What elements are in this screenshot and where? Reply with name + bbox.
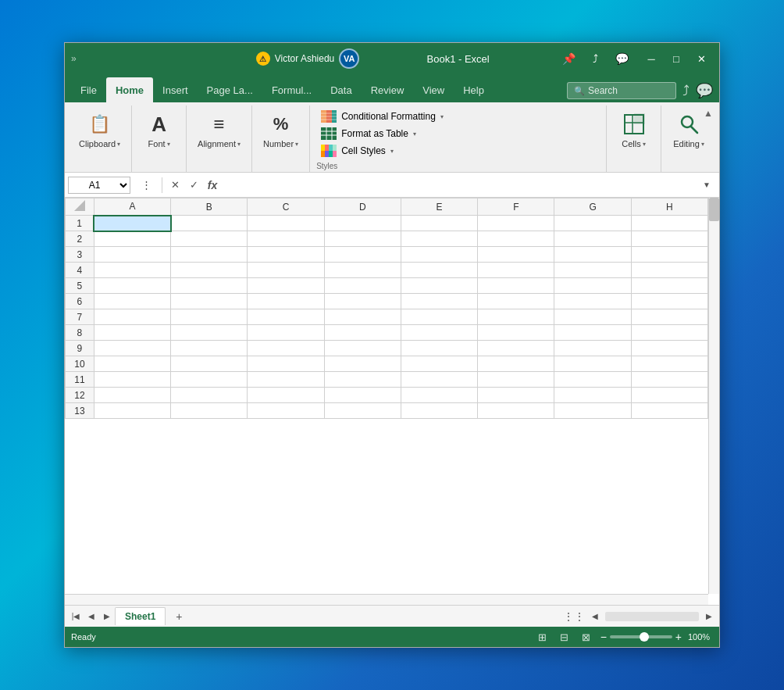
- cell-A3[interactable]: [94, 247, 170, 263]
- cell-D11[interactable]: [324, 372, 401, 388]
- cell-D3[interactable]: [324, 247, 401, 263]
- cell-H5[interactable]: [631, 278, 707, 294]
- row-header-4[interactable]: 4: [66, 263, 94, 278]
- font-button[interactable]: A Font ▾: [141, 109, 178, 152]
- view-page-btn[interactable]: ⊟: [557, 629, 572, 645]
- cell-C5[interactable]: [248, 278, 324, 294]
- zoom-plus-btn[interactable]: +: [675, 631, 682, 643]
- horizontal-scrollbar[interactable]: [65, 594, 708, 605]
- col-header-g[interactable]: G: [554, 198, 631, 216]
- cell-B5[interactable]: [171, 278, 248, 294]
- cell-H6[interactable]: [631, 294, 707, 309]
- tab-home[interactable]: Home: [106, 77, 153, 102]
- cell-D7[interactable]: [324, 309, 401, 325]
- cell-D6[interactable]: [324, 294, 401, 309]
- cell-G8[interactable]: [554, 325, 631, 341]
- cell-E11[interactable]: [401, 372, 477, 388]
- share-button[interactable]: ⤴: [583, 48, 607, 70]
- cell-F4[interactable]: [478, 263, 554, 278]
- row-header-9[interactable]: 9: [66, 341, 94, 356]
- cell-C2[interactable]: [248, 231, 324, 247]
- cell-H12[interactable]: [631, 388, 707, 403]
- number-button[interactable]: % Number ▾: [258, 109, 303, 152]
- cell-B10[interactable]: [171, 356, 248, 372]
- cell-H8[interactable]: [631, 325, 707, 341]
- cell-H3[interactable]: [631, 247, 707, 263]
- row-header-8[interactable]: 8: [66, 325, 94, 341]
- col-header-f[interactable]: F: [478, 198, 554, 216]
- cell-B11[interactable]: [171, 372, 248, 388]
- row-header-1[interactable]: 1: [66, 216, 94, 231]
- search-box[interactable]: 🔍 Search: [567, 82, 676, 99]
- cell-C11[interactable]: [248, 372, 324, 388]
- cell-F2[interactable]: [478, 231, 554, 247]
- cell-G10[interactable]: [554, 356, 631, 372]
- clipboard-button[interactable]: 📋 Clipboard ▾: [74, 109, 125, 152]
- zoom-track[interactable]: [610, 635, 672, 638]
- cell-E1[interactable]: [401, 216, 477, 231]
- sheet-scroll-left[interactable]: ◀: [588, 610, 602, 624]
- zoom-minus-btn[interactable]: −: [600, 631, 607, 643]
- format-as-table-button[interactable]: Format as Table ▾: [316, 126, 448, 141]
- cell-G7[interactable]: [554, 309, 631, 325]
- sheet-nav-next[interactable]: ▶: [99, 609, 115, 624]
- cell-E8[interactable]: [401, 325, 477, 341]
- cell-E9[interactable]: [401, 341, 477, 356]
- comment-button[interactable]: 💬: [610, 48, 633, 70]
- cell-D5[interactable]: [324, 278, 401, 294]
- cell-F7[interactable]: [478, 309, 554, 325]
- cell-D4[interactable]: [324, 263, 401, 278]
- col-header-b[interactable]: B: [171, 198, 248, 216]
- cell-A7[interactable]: [94, 309, 170, 325]
- tab-help[interactable]: Help: [454, 77, 494, 102]
- cell-B4[interactable]: [171, 263, 248, 278]
- confirm-formula-btn[interactable]: ✓: [184, 176, 203, 195]
- cell-F12[interactable]: [478, 388, 554, 403]
- cell-C1[interactable]: [248, 216, 324, 231]
- row-header-12[interactable]: 12: [66, 388, 94, 403]
- cell-A8[interactable]: [94, 325, 170, 341]
- ribbon-collapse-btn[interactable]: ▲: [700, 105, 716, 121]
- formula-expand-btn[interactable]: ▼: [697, 176, 716, 195]
- minimize-button[interactable]: ─: [640, 48, 663, 70]
- cell-C9[interactable]: [248, 341, 324, 356]
- cell-B12[interactable]: [171, 388, 248, 403]
- cell-B2[interactable]: [171, 231, 248, 247]
- cell-H4[interactable]: [631, 263, 707, 278]
- cell-E2[interactable]: [401, 231, 477, 247]
- cell-G1[interactable]: [554, 216, 631, 231]
- cell-C6[interactable]: [248, 294, 324, 309]
- cell-H11[interactable]: [631, 372, 707, 388]
- cell-B8[interactable]: [171, 325, 248, 341]
- cell-H7[interactable]: [631, 309, 707, 325]
- cell-F13[interactable]: [478, 403, 554, 419]
- cell-E10[interactable]: [401, 356, 477, 372]
- cell-A4[interactable]: [94, 263, 170, 278]
- cell-F1[interactable]: [478, 216, 554, 231]
- sheet-nav-prev[interactable]: ◀: [84, 609, 99, 624]
- col-header-a[interactable]: A: [94, 198, 170, 216]
- cell-G4[interactable]: [554, 263, 631, 278]
- name-box[interactable]: A1: [68, 177, 130, 194]
- cell-A9[interactable]: [94, 341, 170, 356]
- cell-A2[interactable]: [94, 231, 170, 247]
- cell-D13[interactable]: [324, 403, 401, 419]
- cell-B1[interactable]: [171, 216, 248, 231]
- cell-A10[interactable]: [94, 356, 170, 372]
- quick-access-chevron[interactable]: »: [71, 53, 77, 64]
- cell-H13[interactable]: [631, 403, 707, 419]
- tab-view[interactable]: View: [413, 77, 454, 102]
- cell-C8[interactable]: [248, 325, 324, 341]
- cell-D2[interactable]: [324, 231, 401, 247]
- sheet-scrollbar[interactable]: [605, 612, 699, 621]
- cell-F8[interactable]: [478, 325, 554, 341]
- row-header-13[interactable]: 13: [66, 403, 94, 419]
- cell-E12[interactable]: [401, 388, 477, 403]
- view-normal-btn[interactable]: ⊞: [535, 629, 551, 645]
- row-header-2[interactable]: 2: [66, 231, 94, 247]
- col-header-c[interactable]: C: [248, 198, 324, 216]
- cell-H1[interactable]: [631, 216, 707, 231]
- add-sheet-btn[interactable]: +: [170, 608, 187, 625]
- cell-G11[interactable]: [554, 372, 631, 388]
- cell-B6[interactable]: [171, 294, 248, 309]
